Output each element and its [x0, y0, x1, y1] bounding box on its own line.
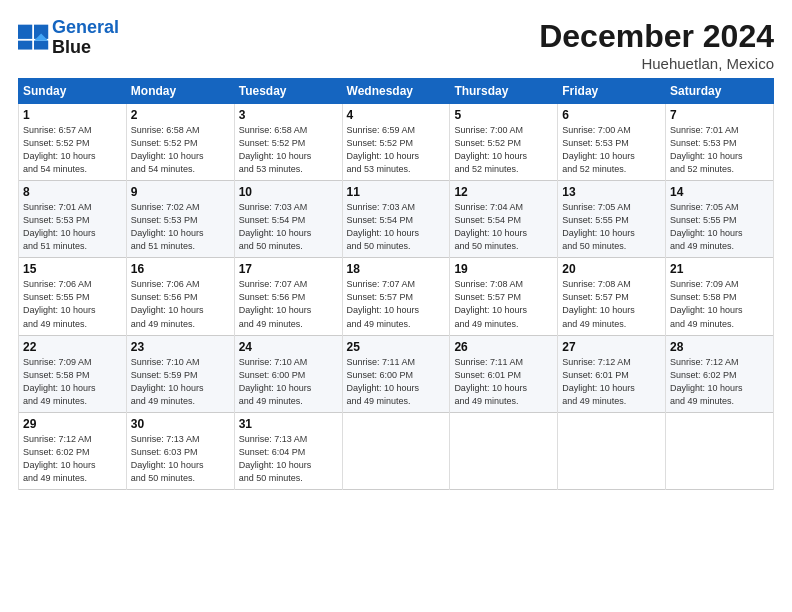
calendar-table: Sunday Monday Tuesday Wednesday Thursday… [18, 78, 774, 490]
logo-text: General Blue [52, 18, 119, 58]
day-number-24: 24 [239, 340, 338, 354]
day-info-3: Sunrise: 6:58 AM Sunset: 5:52 PM Dayligh… [239, 124, 338, 176]
day-info-19: Sunrise: 7:08 AM Sunset: 5:57 PM Dayligh… [454, 278, 553, 330]
day-number-9: 9 [131, 185, 230, 199]
day-info-24: Sunrise: 7:10 AM Sunset: 6:00 PM Dayligh… [239, 356, 338, 408]
day-cell-2: 2 Sunrise: 6:58 AM Sunset: 5:52 PM Dayli… [126, 104, 234, 181]
header-monday: Monday [126, 79, 234, 104]
day-cell-30: 30 Sunrise: 7:13 AM Sunset: 6:03 PM Dayl… [126, 412, 234, 489]
day-info-7: Sunrise: 7:01 AM Sunset: 5:53 PM Dayligh… [670, 124, 769, 176]
empty-cell [342, 412, 450, 489]
day-info-9: Sunrise: 7:02 AM Sunset: 5:53 PM Dayligh… [131, 201, 230, 253]
calendar-subtitle: Huehuetlan, Mexico [539, 55, 774, 72]
day-cell-31: 31 Sunrise: 7:13 AM Sunset: 6:04 PM Dayl… [234, 412, 342, 489]
day-number-19: 19 [454, 262, 553, 276]
day-info-18: Sunrise: 7:07 AM Sunset: 5:57 PM Dayligh… [347, 278, 446, 330]
day-info-21: Sunrise: 7:09 AM Sunset: 5:58 PM Dayligh… [670, 278, 769, 330]
day-number-7: 7 [670, 108, 769, 122]
calendar-week-4: 22 Sunrise: 7:09 AM Sunset: 5:58 PM Dayl… [19, 335, 774, 412]
day-cell-6: 6 Sunrise: 7:00 AM Sunset: 5:53 PM Dayli… [558, 104, 666, 181]
day-number-11: 11 [347, 185, 446, 199]
day-number-1: 1 [23, 108, 122, 122]
day-info-2: Sunrise: 6:58 AM Sunset: 5:52 PM Dayligh… [131, 124, 230, 176]
day-info-14: Sunrise: 7:05 AM Sunset: 5:55 PM Dayligh… [670, 201, 769, 253]
day-number-10: 10 [239, 185, 338, 199]
calendar-body: 1 Sunrise: 6:57 AM Sunset: 5:52 PM Dayli… [19, 104, 774, 490]
day-cell-15: 15 Sunrise: 7:06 AM Sunset: 5:55 PM Dayl… [19, 258, 127, 335]
day-cell-14: 14 Sunrise: 7:05 AM Sunset: 5:55 PM Dayl… [666, 181, 774, 258]
day-cell-1: 1 Sunrise: 6:57 AM Sunset: 5:52 PM Dayli… [19, 104, 127, 181]
day-number-12: 12 [454, 185, 553, 199]
calendar-title: December 2024 [539, 18, 774, 55]
day-info-15: Sunrise: 7:06 AM Sunset: 5:55 PM Dayligh… [23, 278, 122, 330]
day-number-8: 8 [23, 185, 122, 199]
day-number-13: 13 [562, 185, 661, 199]
day-number-5: 5 [454, 108, 553, 122]
svg-rect-2 [18, 40, 32, 49]
day-cell-5: 5 Sunrise: 7:00 AM Sunset: 5:52 PM Dayli… [450, 104, 558, 181]
calendar-week-3: 15 Sunrise: 7:06 AM Sunset: 5:55 PM Dayl… [19, 258, 774, 335]
day-number-6: 6 [562, 108, 661, 122]
day-cell-22: 22 Sunrise: 7:09 AM Sunset: 5:58 PM Dayl… [19, 335, 127, 412]
day-info-11: Sunrise: 7:03 AM Sunset: 5:54 PM Dayligh… [347, 201, 446, 253]
day-number-29: 29 [23, 417, 122, 431]
day-number-4: 4 [347, 108, 446, 122]
svg-marker-3 [34, 40, 48, 49]
day-info-31: Sunrise: 7:13 AM Sunset: 6:04 PM Dayligh… [239, 433, 338, 485]
day-cell-16: 16 Sunrise: 7:06 AM Sunset: 5:56 PM Dayl… [126, 258, 234, 335]
day-cell-29: 29 Sunrise: 7:12 AM Sunset: 6:02 PM Dayl… [19, 412, 127, 489]
day-info-13: Sunrise: 7:05 AM Sunset: 5:55 PM Dayligh… [562, 201, 661, 253]
title-block: December 2024 Huehuetlan, Mexico [539, 18, 774, 72]
day-cell-11: 11 Sunrise: 7:03 AM Sunset: 5:54 PM Dayl… [342, 181, 450, 258]
day-info-27: Sunrise: 7:12 AM Sunset: 6:01 PM Dayligh… [562, 356, 661, 408]
header-wednesday: Wednesday [342, 79, 450, 104]
day-number-15: 15 [23, 262, 122, 276]
page-container: General Blue December 2024 Huehuetlan, M… [0, 0, 792, 500]
header-thursday: Thursday [450, 79, 558, 104]
empty-cell [450, 412, 558, 489]
svg-rect-0 [18, 24, 32, 38]
day-info-8: Sunrise: 7:01 AM Sunset: 5:53 PM Dayligh… [23, 201, 122, 253]
day-number-2: 2 [131, 108, 230, 122]
day-number-3: 3 [239, 108, 338, 122]
day-cell-23: 23 Sunrise: 7:10 AM Sunset: 5:59 PM Dayl… [126, 335, 234, 412]
day-number-25: 25 [347, 340, 446, 354]
day-cell-18: 18 Sunrise: 7:07 AM Sunset: 5:57 PM Dayl… [342, 258, 450, 335]
day-cell-4: 4 Sunrise: 6:59 AM Sunset: 5:52 PM Dayli… [342, 104, 450, 181]
day-info-16: Sunrise: 7:06 AM Sunset: 5:56 PM Dayligh… [131, 278, 230, 330]
day-number-20: 20 [562, 262, 661, 276]
weekday-header-row: Sunday Monday Tuesday Wednesday Thursday… [19, 79, 774, 104]
day-cell-20: 20 Sunrise: 7:08 AM Sunset: 5:57 PM Dayl… [558, 258, 666, 335]
day-number-27: 27 [562, 340, 661, 354]
day-cell-12: 12 Sunrise: 7:04 AM Sunset: 5:54 PM Dayl… [450, 181, 558, 258]
day-number-18: 18 [347, 262, 446, 276]
header-saturday: Saturday [666, 79, 774, 104]
day-info-26: Sunrise: 7:11 AM Sunset: 6:01 PM Dayligh… [454, 356, 553, 408]
empty-cell [666, 412, 774, 489]
logo: General Blue [18, 18, 119, 58]
day-info-29: Sunrise: 7:12 AM Sunset: 6:02 PM Dayligh… [23, 433, 122, 485]
day-cell-19: 19 Sunrise: 7:08 AM Sunset: 5:57 PM Dayl… [450, 258, 558, 335]
header-sunday: Sunday [19, 79, 127, 104]
header: General Blue December 2024 Huehuetlan, M… [18, 18, 774, 72]
day-cell-28: 28 Sunrise: 7:12 AM Sunset: 6:02 PM Dayl… [666, 335, 774, 412]
day-info-22: Sunrise: 7:09 AM Sunset: 5:58 PM Dayligh… [23, 356, 122, 408]
day-cell-24: 24 Sunrise: 7:10 AM Sunset: 6:00 PM Dayl… [234, 335, 342, 412]
day-number-26: 26 [454, 340, 553, 354]
day-cell-27: 27 Sunrise: 7:12 AM Sunset: 6:01 PM Dayl… [558, 335, 666, 412]
day-number-17: 17 [239, 262, 338, 276]
day-cell-8: 8 Sunrise: 7:01 AM Sunset: 5:53 PM Dayli… [19, 181, 127, 258]
day-number-14: 14 [670, 185, 769, 199]
day-info-17: Sunrise: 7:07 AM Sunset: 5:56 PM Dayligh… [239, 278, 338, 330]
calendar-week-2: 8 Sunrise: 7:01 AM Sunset: 5:53 PM Dayli… [19, 181, 774, 258]
day-cell-13: 13 Sunrise: 7:05 AM Sunset: 5:55 PM Dayl… [558, 181, 666, 258]
calendar-week-5: 29 Sunrise: 7:12 AM Sunset: 6:02 PM Dayl… [19, 412, 774, 489]
empty-cell [558, 412, 666, 489]
day-cell-10: 10 Sunrise: 7:03 AM Sunset: 5:54 PM Dayl… [234, 181, 342, 258]
day-number-22: 22 [23, 340, 122, 354]
day-number-16: 16 [131, 262, 230, 276]
day-cell-25: 25 Sunrise: 7:11 AM Sunset: 6:00 PM Dayl… [342, 335, 450, 412]
day-cell-26: 26 Sunrise: 7:11 AM Sunset: 6:01 PM Dayl… [450, 335, 558, 412]
logo-icon [18, 24, 50, 52]
day-cell-9: 9 Sunrise: 7:02 AM Sunset: 5:53 PM Dayli… [126, 181, 234, 258]
